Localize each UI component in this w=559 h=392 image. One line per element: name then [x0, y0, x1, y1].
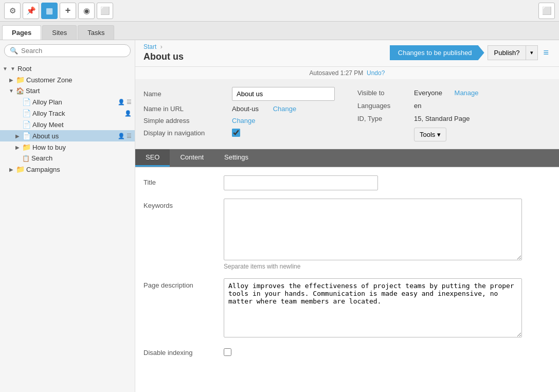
plus-button[interactable]: + — [60, 3, 76, 19]
seo-desc-textarea[interactable]: Alloy improves the effectiveness of proj… — [224, 278, 522, 337]
tree-label-about-us: About us — [32, 132, 116, 140]
tree-label-root: Root — [17, 65, 132, 73]
tools-row: Tools ▾ — [357, 128, 551, 141]
tree-item-alloy-meet[interactable]: ▶ 📄 Alloy Meet — [0, 119, 135, 130]
tab-content[interactable]: Content — [170, 149, 214, 167]
name-row: Name — [143, 87, 337, 101]
tree-item-customer-zone[interactable]: ▶ 📁 Customer Zone — [0, 74, 135, 85]
seo-desc-row: Page description Alloy improves the effe… — [143, 278, 551, 337]
tree-item-search[interactable]: ▶ 📋 Search — [0, 153, 135, 164]
meta-left: Name Name in URL About-us Change Simple … — [143, 87, 337, 141]
monitor-button[interactable]: ⬜ — [97, 3, 113, 19]
tab-sites[interactable]: Sites — [42, 25, 77, 40]
tree-item-alloy-track[interactable]: ▶ 📄 Alloy Track 👤 — [0, 108, 135, 119]
seo-disable-indexing-checkbox[interactable] — [224, 348, 231, 356]
toggle-customer-zone[interactable]: ▶ — [8, 77, 14, 83]
changes-to-publish-button[interactable]: Changes to be published — [390, 45, 484, 60]
list-view-button[interactable]: ≡ — [541, 47, 551, 58]
alloy-plan-actions: 👤 ☰ — [118, 99, 132, 105]
top-toolbar: ⚙ 📌 ▦ + ◉ ⬜ ⬜ — [0, 0, 559, 22]
user-icon-about-us[interactable]: 👤 — [118, 133, 125, 139]
home-icon-start: 🏠 — [16, 87, 24, 95]
tools-button[interactable]: Tools ▾ — [414, 128, 446, 141]
publish-btn-group: Publish? ▾ — [488, 45, 538, 60]
display-nav-row: Display in navigation — [143, 129, 337, 137]
menu-icon-alloy-plan[interactable]: ☰ — [127, 99, 132, 105]
tab-settings[interactable]: Settings — [214, 149, 259, 167]
simple-address-row: Simple address Change — [143, 117, 337, 124]
tree-item-how-to-buy[interactable]: ▶ 📁 How to buy — [0, 141, 135, 153]
undo-link[interactable]: Undo? — [367, 69, 385, 77]
simple-address-label: Simple address — [143, 117, 226, 124]
title-block: Start › About us — [143, 43, 184, 62]
manage-link[interactable]: Manage — [455, 89, 479, 97]
toggle-root2[interactable]: ▼ — [10, 66, 16, 72]
tab-pages[interactable]: Pages — [2, 25, 41, 40]
menu-icon-about-us[interactable]: ☰ — [127, 133, 132, 139]
name-in-url-label: Name in URL — [143, 105, 226, 113]
seo-disable-indexing-row: Disable indexing — [143, 346, 551, 357]
sidebar: 🔍 ▼ ▼ Root ▶ 📁 Customer Zone ▼ 🏠 Start — [0, 40, 135, 392]
toolbar-right: ⬜ — [538, 3, 555, 19]
autosave-bar: Autosaved 1:27 PM Undo? — [135, 67, 559, 80]
search-input[interactable] — [21, 47, 125, 55]
seo-title-input[interactable] — [224, 175, 378, 190]
publish-main-button[interactable]: Publish? — [488, 45, 526, 60]
publish-arrow-button[interactable]: ▾ — [526, 45, 538, 60]
name-in-url-change[interactable]: Change — [273, 105, 297, 113]
grid-button[interactable]: ▦ — [41, 3, 58, 19]
seo-desc-label: Page description — [143, 278, 215, 289]
tree-item-root[interactable]: ▼ ▼ Root — [0, 63, 135, 74]
id-type-row: ID, Type 15, Standard Page — [357, 115, 551, 122]
seo-keywords-block: Separate items with newline — [224, 199, 522, 270]
seo-keywords-textarea[interactable] — [224, 199, 522, 260]
toggle-root[interactable]: ▼ — [2, 66, 8, 72]
folder-icon-alloy-plan: 📄 — [22, 98, 31, 106]
tab-seo[interactable]: SEO — [135, 149, 170, 167]
about-us-actions: 👤 ☰ — [118, 133, 132, 139]
pin-button[interactable]: 📌 — [23, 3, 39, 19]
gear-button[interactable]: ⚙ — [4, 3, 21, 19]
tree-item-alloy-plan[interactable]: ▶ 📄 Alloy Plan 👤 ☰ — [0, 96, 135, 108]
meta-right: Visible to Everyone Manage Languages en … — [357, 87, 551, 141]
visible-to-value: Everyone — [414, 89, 442, 97]
seo-form: Title Keywords Separate items with newli… — [135, 167, 559, 392]
display-nav-label: Display in navigation — [143, 129, 226, 137]
search-box[interactable]: 🔍 — [4, 44, 131, 57]
toggle-how-to-buy[interactable]: ▶ — [14, 144, 21, 150]
tree-item-campaigns[interactable]: ▶ 📁 Campaigns — [0, 164, 135, 175]
tab-tasks[interactable]: Tasks — [78, 25, 114, 40]
tree-label-customer-zone: Customer Zone — [26, 76, 132, 84]
name-label: Name — [143, 90, 226, 98]
tree-label-campaigns: Campaigns — [26, 166, 132, 173]
name-input[interactable] — [232, 87, 335, 101]
page-title: About us — [143, 51, 184, 62]
display-nav-checkbox[interactable] — [232, 129, 240, 137]
toggle-start[interactable]: ▼ — [8, 88, 14, 94]
tools-arrow-icon: ▾ — [437, 131, 441, 138]
folder-icon-alloy-track: 📄 — [22, 109, 31, 117]
main-layout: 🔍 ▼ ▼ Root ▶ 📁 Customer Zone ▼ 🏠 Start — [0, 40, 559, 392]
eye-button[interactable]: ◉ — [78, 3, 95, 19]
toolbar-left: ⚙ 📌 ▦ + ◉ ⬜ — [4, 3, 113, 19]
folder-icon-campaigns: 📁 — [16, 165, 25, 173]
tree-label-how-to-buy: How to buy — [32, 144, 132, 151]
tree-label-search: Search — [31, 154, 132, 162]
simple-address-change[interactable]: Change — [232, 117, 256, 124]
breadcrumb-start[interactable]: Start — [143, 43, 156, 50]
folder-icon-how-to-buy: 📁 — [22, 143, 31, 151]
tabs-bar: SEO Content Settings — [135, 149, 559, 167]
id-type-label: ID, Type — [357, 115, 409, 122]
user-icon-alloy-plan[interactable]: 👤 — [118, 99, 125, 105]
tree-item-start[interactable]: ▼ 🏠 Start — [0, 85, 135, 96]
user-icon-alloy-track[interactable]: 👤 — [124, 110, 132, 117]
toggle-about-us[interactable]: ▶ — [14, 133, 21, 139]
seo-title-row: Title — [143, 175, 551, 190]
page-icon-search: 📋 — [22, 155, 30, 162]
window-button[interactable]: ⬜ — [538, 3, 555, 19]
tree-label-alloy-meet: Alloy Meet — [32, 121, 132, 129]
toggle-campaigns[interactable]: ▶ — [8, 166, 14, 172]
seo-disable-indexing-label: Disable indexing — [143, 346, 215, 357]
tree-item-about-us[interactable]: ▶ 📄 About us 👤 ☰ — [0, 130, 135, 141]
folder-icon-customer-zone: 📁 — [16, 76, 25, 84]
